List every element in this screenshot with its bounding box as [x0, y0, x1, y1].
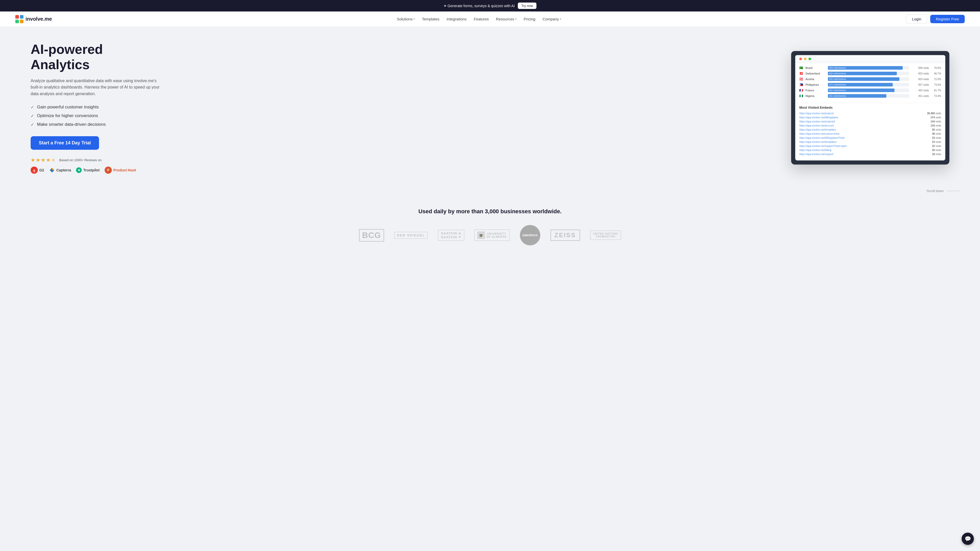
- nav-item-company[interactable]: Company ▾: [542, 17, 561, 21]
- scroll-down-label: Scroll down: [927, 189, 944, 193]
- star-rating: ★★★★★: [30, 157, 56, 163]
- banner-text: ✦ Generate forms, surveys & quizzes with…: [444, 4, 515, 8]
- feature-item-2: ✓ Optimize for higher conversions: [30, 113, 163, 118]
- cta-button[interactable]: Start a Free 14 Day Trial: [30, 136, 99, 150]
- producthunt-icon: P: [105, 167, 112, 174]
- feature-item-1: ✓ Gain powerful customer insights: [30, 105, 163, 110]
- register-button[interactable]: Register Free: [930, 15, 965, 23]
- url-row: https://app.involve.me/support 18 visits: [799, 153, 941, 156]
- university-logo: 🎓 UNIVERSITYOF ALBERTA: [474, 230, 510, 241]
- hero-section: AI-powered Analytics Analyze qualitative…: [0, 27, 980, 186]
- chevron-down-icon: ▾: [515, 17, 517, 21]
- most-visited-title: Most Visited Embeds: [799, 106, 941, 110]
- check-icon-1: ✓: [30, 105, 34, 110]
- logo-icon: [15, 15, 24, 23]
- producthunt-logo: P Product Hunt: [105, 167, 136, 174]
- review-logos: g G2 Capterra ★ Trustpilot P Product Hun…: [30, 167, 163, 174]
- nav-item-resources[interactable]: Resources ▾: [496, 17, 517, 21]
- window-minimize-dot: [804, 58, 807, 60]
- dashboard-mockup: 🇧🇷 Brazil 599 submissions 848 visits 70.…: [791, 51, 950, 165]
- logo[interactable]: involve.me: [15, 15, 52, 23]
- url-row: https://app.involve.me/support?chat=open…: [799, 144, 941, 148]
- svg-rect-1: [20, 15, 24, 19]
- dashboard-header: [795, 55, 945, 63]
- logo-text: involve.me: [25, 16, 52, 22]
- nav-item-templates[interactable]: Templates: [422, 17, 439, 21]
- url-row: https://app.involve.me/billing/plans 274…: [799, 116, 941, 119]
- url-row: https://app.involve.me/projects 30,490 v…: [799, 112, 941, 115]
- logos-section: Used daily by more than 3,000 businesses…: [0, 195, 980, 258]
- logos-grid: BCG DER SPIEGEL SAATCHI &SAATCHI ✕ 🎓 UNI…: [15, 225, 965, 245]
- window-close-dot: [799, 58, 802, 60]
- trustpilot-icon: ★: [76, 167, 82, 173]
- url-row: https://app.involve.me/account 134 visit…: [799, 124, 941, 127]
- nav-item-solutions[interactable]: Solutions ▾: [397, 17, 415, 21]
- svg-text:🎓: 🎓: [479, 233, 484, 238]
- chevron-down-icon: ▾: [414, 17, 415, 21]
- check-icon-3: ✓: [30, 122, 34, 127]
- capterra-logo: Capterra: [49, 167, 71, 173]
- hero-subtitle: Analyze qualitative and quantitative dat…: [30, 78, 163, 97]
- hero-left: AI-powered Analytics Analyze qualitative…: [30, 42, 163, 174]
- table-row: 🇵🇭 Philippines 372 submissions 507 visit…: [799, 83, 941, 86]
- nav-item-pricing[interactable]: Pricing: [524, 17, 535, 21]
- navbar: involve.me Solutions ▾ Templates Integra…: [0, 11, 980, 27]
- table-row: 🇦🇹 Austria 434 submissions 603 visits 72…: [799, 77, 941, 81]
- table-row: 🇧🇷 Brazil 599 submissions 848 visits 70.…: [799, 66, 941, 70]
- table-row: 🇳🇬 Nigeria 331 submissions 451 visits 73…: [799, 94, 941, 98]
- reviews-section: ★★★★★ Based on 1000+ Reviews on: [30, 157, 163, 163]
- url-row: https://app.involve.me/billing/plans?tri…: [799, 137, 941, 139]
- hero-right: 🇧🇷 Brazil 599 submissions 848 visits 70.…: [791, 51, 950, 165]
- svg-rect-3: [20, 20, 24, 23]
- top-banner: ✦ Generate forms, surveys & quizzes with…: [0, 0, 980, 11]
- g2-icon: g: [30, 167, 38, 174]
- chevron-down-icon: ▾: [560, 17, 561, 21]
- der-spiegel-logo: DER SPIEGEL: [394, 232, 428, 239]
- university-icon: 🎓: [477, 231, 485, 239]
- salesforce-logo: salesforce: [520, 225, 540, 245]
- most-visited-section: Most Visited Embeds https://app.involve.…: [795, 103, 945, 160]
- url-row: https://app.involve.me/custom-fonts 40 v…: [799, 132, 941, 135]
- nav-actions: Login Register Free: [906, 14, 965, 24]
- svg-rect-2: [15, 20, 19, 23]
- trustpilot-logo: ★ Trustpilot: [76, 167, 100, 173]
- capterra-icon: [49, 167, 55, 173]
- nav-item-integrations[interactable]: Integrations: [447, 17, 466, 21]
- url-row: https://app.involve.me/templates 92 visi…: [799, 128, 941, 131]
- g2-logo: g G2: [30, 167, 44, 174]
- table-row: 🇨🇭 Switzerland 402 submissions 603 visit…: [799, 72, 941, 75]
- zeiss-logo: ZEISS: [550, 230, 580, 241]
- reviews-text: Based on 1000+ Reviews on: [59, 158, 102, 162]
- svg-marker-5: [52, 168, 54, 170]
- logos-title: Used daily by more than 3,000 businesses…: [15, 208, 965, 215]
- url-row: https://app.involve.me/projects# 144 vis…: [799, 120, 941, 123]
- nav-links: Solutions ▾ Templates Integrations Featu…: [397, 17, 561, 21]
- login-button[interactable]: Login: [906, 14, 927, 24]
- analytics-table: 🇧🇷 Brazil 599 submissions 848 visits 70.…: [795, 63, 945, 103]
- united-nations-logo: UNITED NATIONSFOUNDATION: [590, 230, 621, 240]
- url-row: https://app.involve.me/billing 20 visits: [799, 149, 941, 151]
- check-icon-2: ✓: [30, 114, 34, 118]
- svg-rect-0: [15, 15, 19, 19]
- dashboard-inner: 🇧🇷 Brazil 599 submissions 848 visits 70.…: [795, 55, 945, 160]
- feature-item-3: ✓ Make smarter data-driven decisions: [30, 122, 163, 127]
- window-maximize-dot: [808, 58, 811, 60]
- hero-title: AI-powered Analytics: [30, 42, 163, 73]
- table-row: 🇫🇷 France 402 submissions 492 visits 81.…: [799, 89, 941, 92]
- scroll-down: Scroll down: [0, 186, 980, 195]
- try-now-button[interactable]: Try now: [518, 3, 537, 9]
- nav-item-features[interactable]: Features: [474, 17, 489, 21]
- saatchi-logo: SAATCHI &SAATCHI ✕: [438, 230, 464, 241]
- feature-list: ✓ Gain powerful customer insights ✓ Opti…: [30, 105, 163, 127]
- bcg-logo: BCG: [359, 229, 384, 241]
- url-row: https://app.involve.me/templates/ 23 vis…: [799, 141, 941, 143]
